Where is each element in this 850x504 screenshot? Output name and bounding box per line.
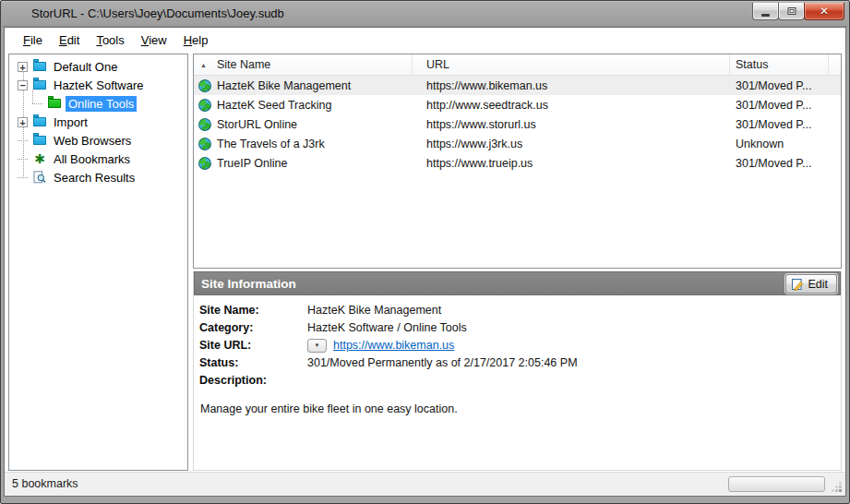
table-row[interactable]: TrueIP Onlinehttps://www.trueip.us301/Mo… [194, 153, 841, 173]
info-field-site-name: Site Name:HazteK Bike Management [199, 302, 841, 319]
url-cell: https://www.storurl.us [413, 114, 730, 134]
expand-plus-icon[interactable]: + [18, 62, 28, 72]
status-cell: 301/Moved P... [730, 95, 829, 114]
menu-item-view[interactable]: View [133, 30, 175, 50]
info-field-value: HazteK Bike Management [307, 302, 441, 319]
site-description-text: Manage your entire bike fleet in one eas… [200, 402, 841, 415]
table-row[interactable]: The Travels of a J3rkhttps://www.j3rk.us… [194, 134, 841, 153]
tree-item-label: Web Browsers [51, 133, 134, 149]
resize-grip-icon[interactable] [831, 481, 842, 492]
info-field-value: ▼https://www.bikeman.us [307, 337, 454, 354]
bookmark-table: ▲ Site Name URL Status HazteK Bike Manag… [193, 54, 842, 269]
app-window: StorURL - C:\Users\Joey\Documents\Joey.s… [0, 0, 850, 504]
status-bar: 5 bookmarks [5, 472, 845, 496]
title-bar[interactable]: StorURL - C:\Users\Joey\Documents\Joey.s… [2, 2, 848, 27]
folder-green-icon [48, 99, 61, 108]
info-field-label: Status: [199, 354, 307, 372]
window-controls: ✕ [753, 3, 844, 20]
info-field-value: 301/Moved Permanently as of 2/17/2017 2:… [307, 354, 578, 372]
site-url-link[interactable]: https://www.bikeman.us [333, 337, 454, 354]
tree-item-search-results[interactable]: Search Results [9, 168, 187, 186]
globe-icon [198, 79, 211, 92]
globe-icon [198, 99, 211, 112]
info-field-label: Description: [199, 372, 307, 390]
tree-item-all-bookmarks[interactable]: ✱All Bookmarks [9, 150, 187, 168]
globe-icon [198, 157, 211, 170]
folder-tree: +Default One−HazteK SoftwareOnline Tools… [8, 54, 188, 471]
spacer-cell [829, 153, 841, 173]
bookmark-count: 5 bookmarks [12, 473, 78, 496]
column-header-url[interactable]: URL [413, 54, 730, 75]
tree-connector [18, 177, 28, 178]
progress-bar [728, 476, 825, 492]
search-results-magnifier-icon [33, 171, 46, 184]
spacer-cell [829, 114, 841, 134]
window-title: StorURL - C:\Users\Joey\Documents\Joey.s… [31, 2, 284, 26]
site-info-body: Site Name:HazteK Bike ManagementCategory… [194, 295, 841, 415]
site-info-fields: Site Name:HazteK Bike ManagementCategory… [199, 302, 841, 390]
edit-button[interactable]: Edit [785, 274, 837, 294]
site-name-cell: TrueIP Online [194, 153, 413, 173]
column-header-spacer [829, 54, 841, 75]
tree-item-online-tools[interactable]: Online Tools [9, 94, 187, 113]
column-label: URL [426, 58, 449, 71]
spacer-cell [829, 134, 841, 153]
restore-icon [787, 6, 796, 16]
close-button[interactable]: ✕ [804, 3, 844, 20]
info-field-status: Status:301/Moved Permanently as of 2/17/… [199, 354, 841, 372]
url-cell: https://www.trueip.us [413, 153, 730, 173]
menu-item-edit[interactable]: Edit [51, 30, 88, 50]
tree-item-label: All Bookmarks [51, 151, 133, 167]
menu-bar: FileEditToolsViewHelp [5, 28, 845, 53]
maximize-button[interactable] [778, 3, 805, 20]
site-name-cell: HazteK Seed Tracking [194, 95, 413, 114]
table-row[interactable]: StorURL Onlinehttps://www.storurl.us301/… [194, 114, 841, 134]
info-field-label: Site Name: [199, 302, 307, 319]
tree-item-import[interactable]: +Import [9, 113, 187, 131]
tree-item-web-browsers[interactable]: Web Browsers [9, 131, 187, 150]
table-row[interactable]: HazteK Seed Trackinghttp://www.seedtrack… [194, 95, 841, 114]
site-info-title: Site Information [201, 277, 296, 291]
url-cell: https://www.bikeman.us [413, 76, 730, 95]
menu-item-tools[interactable]: Tools [88, 30, 132, 50]
info-field-category: Category:HazteK Software / Online Tools [199, 319, 841, 337]
url-dropdown-button[interactable]: ▼ [307, 339, 327, 353]
minimize-button[interactable] [752, 3, 779, 20]
tree-item-label: Import [51, 114, 90, 130]
sort-ascending-icon: ▲ [200, 62, 207, 68]
collapse-minus-icon[interactable]: − [18, 80, 28, 90]
all-bookmarks-asterisk-icon: ✱ [33, 152, 46, 165]
bookmark-table-body: HazteK Bike Managementhttps://www.bikema… [194, 76, 841, 173]
spacer-cell [829, 95, 841, 114]
site-name-cell: StorURL Online [194, 114, 413, 134]
globe-icon [198, 138, 211, 150]
url-cell: https://www.j3rk.us [413, 134, 730, 153]
info-field-description: Description: [199, 372, 841, 390]
site-info-header: Site Information Edit [194, 271, 841, 295]
tree-connector [18, 140, 28, 141]
status-cell: 301/Moved P... [730, 114, 829, 134]
status-cell: 301/Moved P... [730, 76, 829, 95]
status-cell: 301/Moved P... [730, 153, 829, 173]
menu-item-file[interactable]: File [15, 30, 51, 50]
tree-item-default-one[interactable]: +Default One [9, 57, 187, 76]
tree-item-haztek-software[interactable]: −HazteK Software [9, 76, 187, 94]
url-cell: http://www.seedtrack.us [413, 95, 730, 114]
folder-blue-icon [33, 62, 46, 71]
tree-item-label: HazteK Software [51, 78, 147, 93]
info-field-value: HazteK Software / Online Tools [307, 319, 467, 337]
column-label: Status [736, 58, 768, 71]
folder-blue-icon [33, 80, 46, 90]
column-header-status[interactable]: Status [730, 54, 829, 75]
column-header-site-name[interactable]: ▲ Site Name [194, 54, 413, 75]
tree-connector [32, 103, 42, 104]
menu-item-help[interactable]: Help [175, 30, 217, 50]
close-icon: ✕ [820, 6, 829, 17]
expand-plus-icon[interactable]: + [18, 117, 28, 127]
table-row[interactable]: HazteK Bike Managementhttps://www.bikema… [194, 76, 841, 95]
status-cell: Unknown [730, 134, 829, 153]
edit-button-label: Edit [808, 278, 828, 291]
main-panel: ▲ Site Name URL Status HazteK Bike Manag… [193, 54, 842, 471]
info-field-label: Category: [199, 319, 307, 337]
edit-pencil-icon [791, 278, 804, 291]
